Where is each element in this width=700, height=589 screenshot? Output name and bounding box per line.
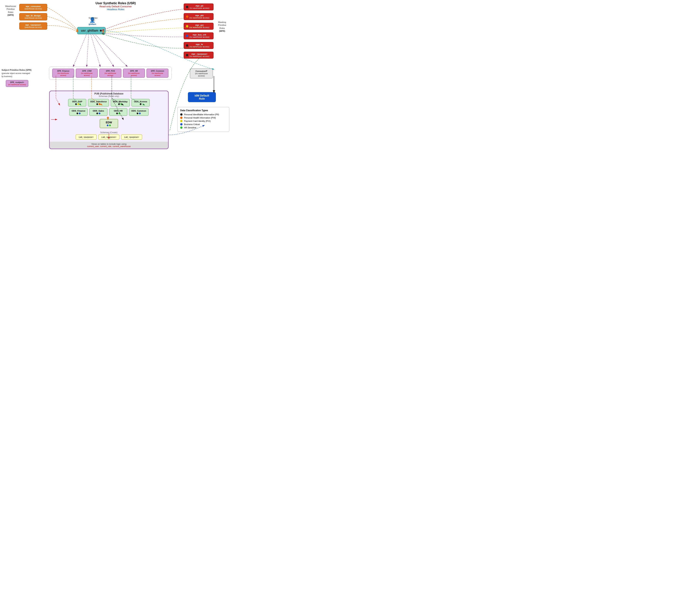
lab-box-1: Lab_<purpose> <box>75 134 97 140</box>
class-hr: HR Sensitive <box>180 127 226 129</box>
class-bc-dot <box>180 123 183 126</box>
dot-pii <box>75 103 77 105</box>
dot-phi <box>99 103 100 105</box>
views-footer: Views on tables to include logic using c… <box>50 142 168 149</box>
ods-finance-box: ODS_Finance <box>69 108 88 116</box>
views-keywords: current_user, current_role, current_ware… <box>87 145 131 148</box>
mpr-pci-box: mpr_pci(no warehouse access) <box>184 23 214 30</box>
idm-default-role-box: IdM Default Role <box>188 92 216 102</box>
node-dot <box>100 30 102 32</box>
spr-crm-box: SPR_CRM (no warehouse access) <box>76 68 98 78</box>
ods-common-box: ODS_Common <box>129 108 149 116</box>
dot-bc <box>79 113 80 114</box>
lab-box-2: Lab_<purpose> <box>98 134 120 140</box>
edw-dot-hr <box>109 125 111 126</box>
dot-bc <box>99 113 100 114</box>
edw-box: EDW <box>99 119 119 128</box>
wpr-purpose-box: wpr_<purpose> (warehouse access) <box>19 22 47 30</box>
wpr-section-label: WarehousePrimitiveRoles(WPR) <box>3 5 18 17</box>
snowflake-user-label: Snowflake user: 👤 ghillam <box>89 17 96 25</box>
ods-workday-box: ODS_Workday <box>110 99 130 107</box>
ods-sales-box: ODS_Sales <box>89 108 107 116</box>
spr-finance-box: SPR_Finance (no warehouse access) <box>52 68 74 78</box>
ods-kronos-box: ODS_Kronos <box>132 99 150 107</box>
ghillam-label: ghillam <box>89 23 96 25</box>
wpr-consumer-box: wpr_consumer (warehouse access) <box>19 4 47 11</box>
mpr-section-label: MaskingPrimitiveRoles(MPR) <box>215 21 229 33</box>
spr-boxes-container: SPR_Finance (no warehouse access) SPR_CR… <box>49 66 172 80</box>
wpr-bi-arrow <box>47 16 78 31</box>
spr-standalone-box: SPR_<subject> (no warehouse access) <box>6 80 28 87</box>
usr-title: User Synthetic Roles (USR) <box>67 2 164 5</box>
dot-pii <box>96 113 98 114</box>
class-phi-dot <box>180 117 183 119</box>
schemas-create-label: Schemas (Create) <box>50 131 168 134</box>
usr-spr-hr-arrow <box>92 34 114 66</box>
mpr-purpose-box: mpr_<purpose>(no warehouse access) <box>184 52 214 58</box>
usr-spr-crm-arrow <box>87 34 89 66</box>
usr-subtitle2: Headless Roles <box>67 8 164 11</box>
mpr-phi-box: mpr_phi(no warehouse access) <box>184 13 214 20</box>
ods-sap-box: ODS_SAP <box>68 99 86 107</box>
dot-hr <box>119 113 120 114</box>
ods-salesforce-box: ODS_Salesforce <box>88 99 109 107</box>
pub-db-title: PUB (Published) Database <box>50 91 168 95</box>
usr-section: User Synthetic Roles (USR) Read-only Def… <box>67 2 164 11</box>
class-pci: Payment Card Identity (PCI) <box>180 120 226 122</box>
usr-ghillam-label: usr_ghillam <box>81 29 98 32</box>
wpr-purpose-arrow <box>47 26 78 32</box>
dot-bc <box>139 113 141 114</box>
ods-hr-box: ODS_HR <box>109 108 128 116</box>
mpr-pii-box: mpr_pii(no warehouse access) <box>184 3 214 10</box>
usr-spr-finance-arrow <box>73 34 87 66</box>
edw-section: EDW <box>50 117 168 131</box>
mpr-bus-crit-box: mpr_bus_crit(no warehouse access) <box>184 32 214 39</box>
edw-dot-bc <box>107 125 108 126</box>
dot-pii <box>118 103 120 105</box>
usr-spr-common-arrow <box>94 34 127 66</box>
mpr-hr-box: mpr_hr(no warehouse access) <box>184 42 214 49</box>
wpr-bi-design-box: wpr_bi_design (warehouse access) <box>19 13 47 20</box>
class-pii: Personal Identifiable Information (PII) <box>180 113 226 116</box>
lab-box-3: Lab_<purpose> <box>121 134 142 140</box>
dot-pii <box>137 113 139 114</box>
usr-spr-pos-arrow <box>90 34 100 66</box>
class-hr-dot <box>180 127 183 129</box>
wpr-consumer-arrow <box>47 7 78 30</box>
class-pci-dot <box>180 120 183 122</box>
mpr-pci-dot <box>186 25 188 27</box>
classification-box: Data Classification Types Personal Ident… <box>177 107 229 132</box>
usr-subtitle1: Read-only Default Consumer <box>67 5 164 8</box>
dot-pci <box>77 103 79 105</box>
usr-ghillam-node: usr_ghillam <box>77 27 105 34</box>
spr-hr-box: SPR_HR (no warehouse access) <box>123 68 145 78</box>
dot-pii <box>140 103 142 105</box>
mpr-bus-crit-dot <box>186 35 188 37</box>
class-phi: Personal Health Information (PHI) <box>180 117 226 119</box>
dot-hr <box>121 103 122 105</box>
ods-row-1: ODS_SAP ODS_Salesforce ODS_Workday <box>50 98 168 108</box>
consumer-p-box: ConsumerP (no warehouse access) <box>190 68 213 78</box>
pub-database-container: PUB (Published) Database Schemas (Read o… <box>49 90 169 149</box>
pub-db-subtitle: Schemas (Read only) <box>50 95 168 98</box>
mpr-purpose-dot <box>186 54 188 56</box>
class-bc: Business Critical <box>180 123 226 126</box>
mpr-hr-dot <box>186 44 188 47</box>
lab-row: Lab_<purpose> Lab_<purpose> Lab_<purpose… <box>50 134 168 141</box>
spr-common-box: SPR_Common (no warehouse access) <box>147 68 169 78</box>
spr-pos-box: SPR_POS (no warehouse access) <box>99 68 121 78</box>
dot-pii <box>76 113 78 114</box>
ods-row-2: ODS_Finance ODS_Sales ODS_HR <box>50 108 168 117</box>
dot-pii <box>96 103 98 105</box>
mpr-phi-dot <box>186 15 188 18</box>
classification-title: Data Classification Types <box>180 109 226 112</box>
mpr-pii-dot <box>186 6 188 8</box>
dot-pii <box>116 113 118 114</box>
class-pii-dot <box>180 113 183 116</box>
spr-section-label: Subject Primitive Roles (SPR) (granular … <box>2 68 32 78</box>
